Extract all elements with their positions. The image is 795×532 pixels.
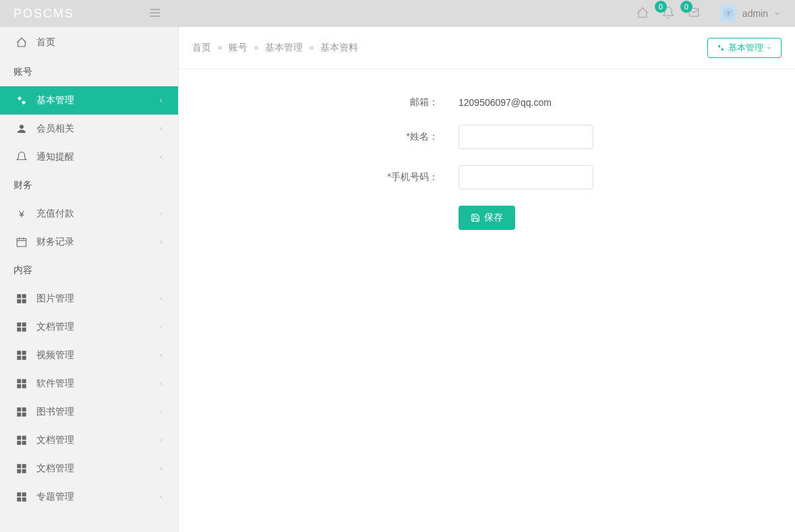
svg-rect-29 xyxy=(17,407,21,411)
chevron-left-icon xyxy=(158,95,165,106)
chevron-left-icon xyxy=(158,208,165,219)
svg-rect-19 xyxy=(17,328,21,332)
form-area: 邮箱： 1209506097@qq.com *姓名： *手机号码： 保存 xyxy=(179,69,795,273)
svg-rect-22 xyxy=(22,351,26,355)
sidebar-item-label: 图片管理 xyxy=(36,293,74,305)
svg-rect-28 xyxy=(22,384,26,388)
sidebar-item-label: 财务记录 xyxy=(36,236,74,248)
basic-mgmt-dropdown[interactable]: 基本管理 xyxy=(707,38,782,58)
notification-button[interactable]: 0 xyxy=(661,6,675,22)
sidebar-home[interactable]: 首页 xyxy=(0,27,178,58)
svg-rect-34 xyxy=(22,436,26,440)
svg-rect-27 xyxy=(17,384,21,388)
sidebar-item-label: 软件管理 xyxy=(36,378,74,390)
chevron-left-icon xyxy=(158,378,165,389)
svg-rect-39 xyxy=(17,469,21,473)
sidebar-item-label: 会员相关 xyxy=(36,123,74,135)
save-icon xyxy=(471,213,480,223)
svg-rect-26 xyxy=(22,379,26,383)
sidebar-home-label: 首页 xyxy=(36,36,55,49)
svg-rect-38 xyxy=(22,464,26,468)
logo: POSCMS xyxy=(13,7,148,21)
calendar-icon xyxy=(13,236,30,248)
sidebar-item-basic-mgmt[interactable]: 基本管理 xyxy=(0,86,178,115)
gears-icon xyxy=(716,43,726,53)
breadcrumb-basic-info[interactable]: 基本资料 xyxy=(320,42,358,54)
sidebar-item-label: 文档管理 xyxy=(36,321,74,333)
chevron-left-icon xyxy=(158,435,165,446)
breadcrumb-home[interactable]: 首页 xyxy=(192,42,211,54)
sidebar: 首页 账号 基本管理 会员相关 通知提醒 财务 ¥ 充值付款 xyxy=(0,27,179,532)
sidebar-item-topic-mgmt[interactable]: 专题管理 xyxy=(0,483,178,511)
svg-point-6 xyxy=(22,101,26,105)
sidebar-item-label: 专题管理 xyxy=(36,491,74,503)
sidebar-item-video-mgmt[interactable]: 视频管理 xyxy=(0,341,178,370)
svg-rect-18 xyxy=(22,322,26,326)
notification-badge: 0 xyxy=(655,1,667,13)
svg-rect-14 xyxy=(22,294,26,298)
breadcrumb-basic-mgmt[interactable]: 基本管理 xyxy=(265,42,303,54)
email-value: 1209506097@qq.com xyxy=(459,97,552,108)
sidebar-item-label: 图书管理 xyxy=(36,406,74,418)
home-icon[interactable] xyxy=(636,6,649,22)
menu-toggle-button[interactable] xyxy=(148,6,162,22)
sidebar-item-doc-mgmt-2[interactable]: 文档管理 xyxy=(0,426,178,454)
svg-rect-32 xyxy=(22,413,26,417)
main-content: 首页 账号 基本管理 基本资料 基本管理 邮箱： 120 xyxy=(179,27,795,532)
save-button[interactable]: 保存 xyxy=(459,206,515,230)
svg-point-7 xyxy=(20,125,24,129)
sidebar-item-label: 基本管理 xyxy=(36,94,74,107)
svg-text:¥: ¥ xyxy=(18,209,24,219)
chevron-down-icon xyxy=(773,9,782,18)
header: POSCMS 0 0 ? admin xyxy=(0,0,795,27)
svg-point-45 xyxy=(718,45,721,48)
email-label: 邮箱： xyxy=(192,96,459,109)
svg-rect-25 xyxy=(17,379,21,383)
user-icon xyxy=(13,123,30,135)
grid-icon xyxy=(13,491,30,503)
svg-rect-33 xyxy=(17,436,21,440)
sidebar-item-finance-record[interactable]: 财务记录 xyxy=(0,228,178,256)
messages-button[interactable]: 0 xyxy=(687,6,701,22)
sidebar-item-label: 文档管理 xyxy=(36,434,74,446)
phone-input[interactable] xyxy=(459,165,593,189)
svg-rect-15 xyxy=(17,299,21,303)
sidebar-item-member[interactable]: 会员相关 xyxy=(0,115,178,143)
sidebar-section-finance: 财务 xyxy=(0,171,178,200)
svg-rect-35 xyxy=(17,441,21,445)
chevron-left-icon xyxy=(158,350,165,361)
sidebar-section-account: 账号 xyxy=(0,58,178,86)
yen-icon: ¥ xyxy=(13,208,30,220)
grid-icon xyxy=(13,321,30,333)
breadcrumb-separator xyxy=(254,46,258,50)
breadcrumb: 首页 账号 基本管理 基本资料 xyxy=(192,42,358,54)
chevron-left-icon xyxy=(158,293,165,304)
avatar: ? xyxy=(719,5,737,22)
sidebar-item-doc-mgmt-3[interactable]: 文档管理 xyxy=(0,454,178,483)
grid-icon xyxy=(13,406,30,418)
bell-icon xyxy=(13,151,30,163)
user-menu[interactable]: ? admin xyxy=(719,5,782,22)
svg-rect-17 xyxy=(17,322,21,326)
svg-rect-24 xyxy=(22,356,26,360)
chevron-left-icon xyxy=(158,237,165,247)
grid-icon xyxy=(13,378,30,390)
home-icon xyxy=(13,36,30,49)
svg-rect-41 xyxy=(17,492,21,496)
svg-rect-36 xyxy=(22,441,26,445)
sidebar-item-image-mgmt[interactable]: 图片管理 xyxy=(0,285,178,313)
sidebar-item-doc-mgmt-1[interactable]: 文档管理 xyxy=(0,313,178,341)
breadcrumb-account[interactable]: 账号 xyxy=(229,42,247,54)
gears-icon xyxy=(13,94,30,107)
sidebar-item-software-mgmt[interactable]: 软件管理 xyxy=(0,370,178,398)
breadcrumb-bar: 首页 账号 基本管理 基本资料 基本管理 xyxy=(179,27,795,69)
breadcrumb-separator xyxy=(218,46,222,50)
name-input[interactable] xyxy=(459,125,593,149)
sidebar-item-book-mgmt[interactable]: 图书管理 xyxy=(0,398,178,426)
sidebar-item-recharge[interactable]: ¥ 充值付款 xyxy=(0,200,178,228)
svg-rect-42 xyxy=(22,492,26,496)
sidebar-item-label: 通知提醒 xyxy=(36,151,74,163)
chevron-left-icon xyxy=(158,152,165,162)
sidebar-item-notification[interactable]: 通知提醒 xyxy=(0,143,178,171)
svg-rect-30 xyxy=(22,407,26,411)
